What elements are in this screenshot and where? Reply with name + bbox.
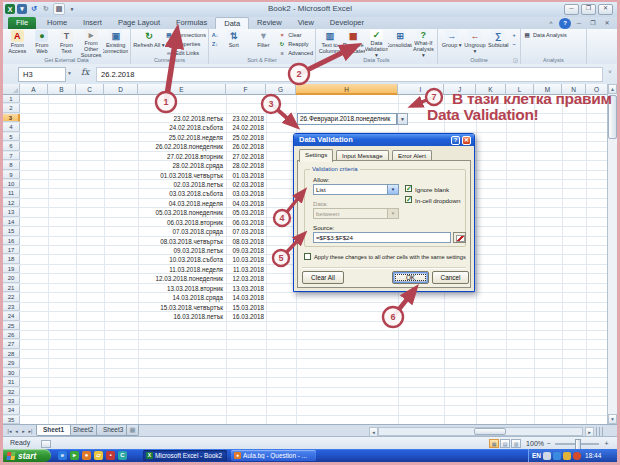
consolidate-button[interactable]: ⊞Consolidate	[388, 30, 411, 57]
name-box-dropdown-icon[interactable]: ▼	[65, 67, 74, 80]
cell-f7[interactable]: 27.02.2018	[227, 152, 264, 160]
cell-f4[interactable]: 24.02.2018	[227, 123, 264, 131]
taskbar-task-1[interactable]: XMicrosoft Excel - Book2	[143, 450, 227, 461]
insert-worksheet-icon[interactable]: ▦	[126, 425, 139, 436]
name-box[interactable]: H3	[18, 67, 66, 82]
row-header-13[interactable]: 13	[3, 208, 20, 216]
column-header-o[interactable]: O	[586, 84, 608, 95]
cell-f18[interactable]: 10.03.2018	[227, 255, 264, 263]
from-access-button[interactable]: AFrom Access	[5, 30, 30, 57]
ungroup-button[interactable]: ←Ungroup ▾	[463, 30, 486, 57]
tab-review[interactable]: Review	[249, 17, 290, 29]
horizontal-scrollbar[interactable]	[378, 427, 583, 436]
sheet-nav-icon-4[interactable]: ▸|	[27, 427, 34, 435]
grid-row-1[interactable]: 1	[3, 95, 607, 104]
show-detail-button[interactable]: +	[510, 31, 518, 39]
cell-f3[interactable]: 23.02.2018	[227, 114, 264, 122]
source-input[interactable]: =$F$3:$F$24	[313, 232, 451, 243]
workbook-restore-icon[interactable]: ❐	[587, 18, 599, 29]
remove-duplicates-button[interactable]: ▦Remove Duplicates	[341, 30, 364, 57]
data-validation-button[interactable]: ✓Data Validation ▾	[365, 30, 388, 57]
cell-f19[interactable]: 11.03.2018	[227, 265, 264, 273]
grid-row-25[interactable]: 25	[3, 322, 607, 331]
horizontal-scroll-thumb[interactable]	[474, 428, 506, 435]
sheet-nav-icon-2[interactable]: ◂	[13, 427, 20, 435]
sort-az-button[interactable]: A↓	[211, 31, 219, 39]
cell-e22[interactable]: 14.03.2018.сряда	[138, 293, 223, 301]
start-button[interactable]: start	[3, 449, 51, 462]
scroll-down-icon[interactable]: ▼	[608, 414, 617, 424]
cell-e24[interactable]: 16.03.2018.петък	[138, 312, 223, 320]
row-header-5[interactable]: 5	[3, 133, 20, 141]
tab-page-layout[interactable]: Page Layout	[110, 17, 168, 29]
sort-za-button[interactable]: Z↓	[211, 40, 219, 48]
group-button[interactable]: →Group ▾	[440, 30, 463, 57]
grid-row-34[interactable]: 34	[3, 406, 607, 415]
cell-h3-value[interactable]: 26.Февруари.2018.понеделник	[297, 113, 397, 125]
select-all-corner[interactable]	[3, 84, 20, 95]
sheet-nav-icon-3[interactable]: ▸	[20, 427, 27, 435]
dialog-launcher-icon[interactable]: ◲	[513, 57, 519, 63]
row-header-23[interactable]: 23	[3, 303, 20, 311]
cell-e3[interactable]: 23.02.2018.петък	[138, 114, 223, 122]
row-header-33[interactable]: 33	[3, 397, 20, 405]
insert-function-icon[interactable]: fx	[81, 67, 89, 77]
column-header-f[interactable]: F	[226, 84, 266, 95]
column-header-n[interactable]: N	[562, 84, 586, 95]
row-header-24[interactable]: 24	[3, 312, 20, 320]
dialog-title[interactable]: Data Validation	[294, 134, 474, 146]
cell-f6[interactable]: 26.02.2018	[227, 142, 264, 150]
cancel-button[interactable]: Cancel	[432, 271, 469, 284]
vertical-scroll-thumb[interactable]	[608, 95, 617, 139]
grid-row-33[interactable]: 33	[3, 397, 607, 406]
minimize-window-icon[interactable]: ─	[564, 4, 579, 15]
grid-row-28[interactable]: 28	[3, 350, 607, 359]
zoom-in-icon[interactable]: +	[602, 439, 611, 448]
data-analysis-button[interactable]: ▤Data Analysis	[523, 31, 567, 39]
row-header-29[interactable]: 29	[3, 359, 20, 367]
cell-f17[interactable]: 09.03.2018	[227, 246, 264, 254]
row-header-18[interactable]: 18	[3, 255, 20, 263]
cell-e13[interactable]: 05.03.2018.понеделник	[138, 208, 223, 216]
cell-f23[interactable]: 15.03.2018	[227, 303, 264, 311]
grid-row-22[interactable]: 2214.03.2018.сряда14.03.2018	[3, 293, 607, 302]
row-header-26[interactable]: 26	[3, 331, 20, 339]
zoom-out-icon[interactable]: −	[544, 439, 553, 448]
ignore-blank-checkbox[interactable]: ✓	[405, 185, 412, 192]
reapply-button[interactable]: ↻Reapply	[278, 40, 313, 48]
quick-launch-icon-5[interactable]: ▪	[106, 451, 115, 460]
row-header-27[interactable]: 27	[3, 340, 20, 348]
row-header-6[interactable]: 6	[3, 142, 20, 150]
row-header-10[interactable]: 10	[3, 180, 20, 188]
column-header-m[interactable]: M	[534, 84, 562, 95]
grid-row-30[interactable]: 30	[3, 369, 607, 378]
cell-f21[interactable]: 13.03.2018	[227, 284, 264, 292]
cell-e11[interactable]: 03.03.2018.събота	[138, 189, 223, 197]
help-icon[interactable]: ?	[559, 18, 571, 29]
dialog-close-icon[interactable]: ✕	[462, 136, 471, 145]
cell-f12[interactable]: 04.03.2018	[227, 199, 264, 207]
from-other-sources-button[interactable]: ▸From Other Sources ▾	[79, 30, 104, 57]
row-header-34[interactable]: 34	[3, 406, 20, 414]
cell-e16[interactable]: 08.03.2018.четвъртък	[138, 237, 223, 245]
cell-e4[interactable]: 24.02.2018.събота	[138, 123, 223, 131]
cell-e8[interactable]: 28.02.2018.сряда	[138, 161, 223, 169]
column-header-i[interactable]: I	[398, 84, 444, 95]
pin-ribbon-icon[interactable]: ˄	[545, 18, 557, 29]
column-header-a[interactable]: A	[20, 84, 48, 95]
quick-launch-icon-6[interactable]: C	[118, 451, 127, 460]
column-header-l[interactable]: L	[506, 84, 534, 95]
cell-e9[interactable]: 01.03.2018.четвъртък	[138, 171, 223, 179]
edit-links-button[interactable]: ∞Edit Links	[165, 49, 206, 57]
cell-e12[interactable]: 04.03.2018.неделя	[138, 199, 223, 207]
cell-e10[interactable]: 02.03.2018.петък	[138, 180, 223, 188]
row-header-7[interactable]: 7	[3, 152, 20, 160]
from-text-button[interactable]: TFrom Text	[54, 30, 79, 57]
macro-record-icon[interactable]	[41, 440, 51, 448]
tab-split-handle[interactable]	[596, 427, 605, 436]
grid-row-24[interactable]: 2416.03.2018.петък16.03.2018	[3, 312, 607, 321]
cell-f8[interactable]: 28.02.2018	[227, 161, 264, 169]
row-header-14[interactable]: 14	[3, 218, 20, 226]
column-header-h[interactable]: H	[296, 84, 398, 95]
row-header-2[interactable]: 2	[3, 104, 20, 112]
